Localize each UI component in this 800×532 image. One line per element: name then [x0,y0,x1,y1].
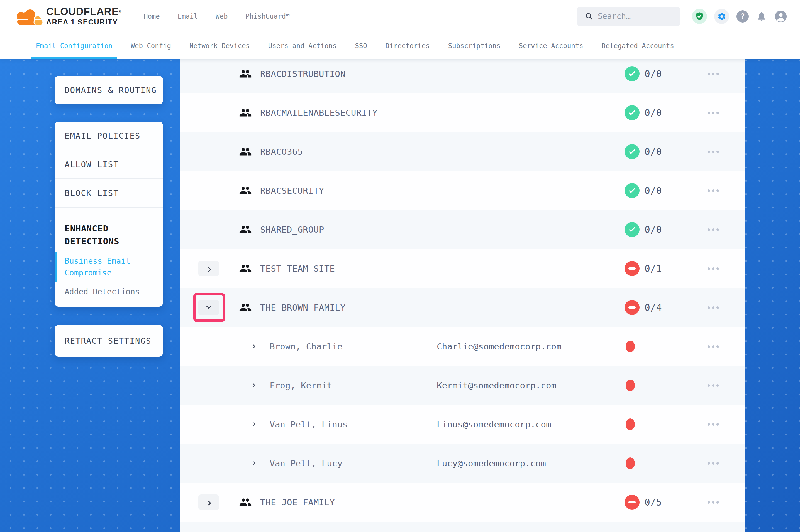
table-row-member: Van Pelt, Linus Linus@somedemocorp.com [180,405,745,444]
main-area: DOMAINS & ROUTING EMAIL POLICIES ALLOW L… [0,59,800,532]
sidebar-item-block-list[interactable]: BLOCK LIST [55,179,163,207]
group-name: RBACSECURITY [260,186,324,196]
table-row-group: SHARED_GROUP 0/0 [180,210,745,249]
row-menu-button[interactable] [705,146,722,157]
row-menu-button[interactable] [705,224,722,235]
content-panel: RBACDISTRUBUTION 0/0 RBACMAILENABLESECUR… [180,59,745,532]
row-menu-button[interactable] [705,419,722,430]
member-email: Charlie@somedemocorp.com [437,341,562,352]
minus-icon [629,267,636,270]
sidebar-card-domains: DOMAINS & ROUTING [55,76,163,104]
member-email: Lucy@somedemocorp.com [437,458,546,468]
account-icon[interactable] [775,10,787,23]
ellipsis-icon [708,151,719,153]
tab-directories[interactable]: Directories [385,33,430,59]
status-count: 0/0 [644,69,662,79]
status-pass-badge [624,66,639,81]
minus-icon [629,306,636,308]
security-shield-icon[interactable] [692,9,707,24]
sidebar-item-added-detections[interactable]: Added Detections [65,287,153,296]
tab-service-accounts[interactable]: Service Accounts [519,33,583,59]
expand-toggle-button[interactable] [198,261,219,276]
people-icon [239,497,252,508]
header-actions: ? [577,7,800,26]
table-row-group: RBACO365 0/0 [180,132,745,171]
status-dot [625,418,635,430]
check-icon [629,225,635,232]
ellipsis-icon [708,462,719,465]
tab-subscriptions[interactable]: Subscriptions [448,33,501,59]
bell-icon[interactable] [756,11,767,22]
collapse-toggle-button[interactable] [198,300,219,315]
sidebar-item-domains-routing[interactable]: DOMAINS & ROUTING [55,86,157,95]
row-menu-button[interactable] [705,497,722,508]
row-menu-button[interactable] [705,107,722,118]
row-menu-button[interactable] [705,185,722,196]
nav-email[interactable]: Email [178,13,198,20]
ellipsis-icon [708,384,719,387]
member-chevron-icon[interactable] [251,383,256,387]
status-count: 0/0 [644,146,662,157]
tab-users-and-actions[interactable]: Users and Actions [268,33,337,59]
search-input[interactable] [598,12,670,21]
sidebar-item-business-email-compromise[interactable]: Business Email Compromise [65,255,153,279]
row-menu-button[interactable] [705,263,722,274]
status-dot [625,341,635,352]
row-menu-button[interactable] [705,68,722,79]
row-menu-button[interactable] [705,302,722,313]
sidebar-item-email-policies[interactable]: EMAIL POLICIES [55,121,163,150]
tab-sso[interactable]: SSO [355,33,367,59]
row-menu-button[interactable] [705,458,722,469]
expand-toggle-button[interactable] [198,494,219,510]
sidebar-card-retract: RETRACT SETTINGS [55,325,163,357]
cloudflare-logo[interactable]: CLOUDFLARE® AREA 1 SECURITY [15,6,122,27]
chevron-right-icon [206,267,211,272]
status-pass-badge [624,222,639,237]
table-row-group: THE JOE FAMILY 0/5 [180,483,745,522]
groups-table: RBACDISTRUBUTION 0/0 RBACMAILENABLESECUR… [180,59,745,522]
tab-network-devices[interactable]: Network Devices [189,33,250,59]
table-row-group: RBACMAILENABLESECURITY 0/0 [180,93,745,132]
people-icon [239,68,252,79]
member-chevron-icon[interactable] [251,422,256,426]
gear-icon[interactable] [714,9,729,24]
ellipsis-icon [708,345,719,348]
tab-web-config[interactable]: Web Config [131,33,171,59]
chevron-down-icon [206,304,211,309]
check-icon [629,70,635,76]
status-count: 0/4 [644,302,662,313]
sidebar-section-enhanced-detections: ENHANCED DETECTIONS Business Email Compr… [55,208,163,296]
table-row-member: Brown, Charlie Charlie@somedemocorp.com [180,327,745,366]
status-fail-badge [624,495,639,510]
people-icon [239,302,252,313]
status-pass-badge [624,183,639,198]
nav-home[interactable]: Home [144,13,160,20]
table-row-member: Frog, Kermit Kermit@somedemocorp.com [180,366,745,405]
sidebar-item-retract-settings[interactable]: RETRACT SETTINGS [55,336,151,346]
status-count: 0/0 [644,185,662,196]
status-fail-badge [624,300,639,315]
ellipsis-icon [708,423,719,426]
group-name: TEST TEAM SITE [260,264,335,273]
member-chevron-icon[interactable] [251,461,256,466]
sidebar-item-allow-list[interactable]: ALLOW LIST [55,150,163,178]
group-name: THE BROWN FAMILY [260,302,346,312]
nav-phishguard[interactable]: PhishGuard™ [246,13,290,20]
row-menu-button[interactable] [705,341,722,352]
search-box[interactable] [577,7,680,26]
tab-email-configuration[interactable]: Email Configuration [36,33,112,59]
registered-mark: ® [119,10,122,14]
status-dot [625,457,635,469]
member-chevron-icon[interactable] [251,344,256,349]
member-name: Van Pelt, Lucy [270,458,342,468]
ellipsis-icon [708,306,719,309]
tab-delegated-accounts[interactable]: Delegated Accounts [602,33,674,59]
table-row-group: TEST TEAM SITE 0/1 [180,249,745,288]
brand-name: CLOUDFLARE® [46,6,122,17]
table-row-group-highlighted: THE BROWN FAMILY 0/4 [180,288,745,327]
row-menu-button[interactable] [705,380,722,391]
app: CLOUDFLARE® AREA 1 SECURITY Home Email W… [0,0,800,532]
nav-web[interactable]: Web [216,13,228,20]
help-icon[interactable]: ? [737,10,749,22]
status-pass-badge [624,105,639,120]
